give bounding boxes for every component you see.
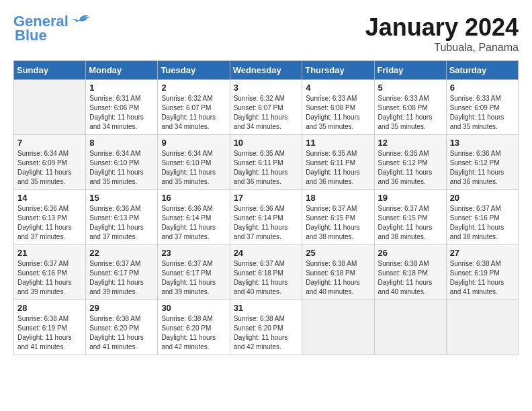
day-info: Sunrise: 6:37 AMSunset: 6:17 PMDaylight:… xyxy=(89,259,154,297)
day-info: Sunrise: 6:36 AMSunset: 6:13 PMDaylight:… xyxy=(17,204,82,242)
calendar-cell: 27Sunrise: 6:38 AMSunset: 6:19 PMDayligh… xyxy=(446,245,518,300)
day-info: Sunrise: 6:37 AMSunset: 6:18 PMDaylight:… xyxy=(234,259,299,297)
day-number: 10 xyxy=(234,138,299,148)
page-header: General Blue January 2024 Tubuala, Panam… xyxy=(13,13,519,54)
day-number: 11 xyxy=(306,138,370,148)
day-info: Sunrise: 6:32 AMSunset: 6:07 PMDaylight:… xyxy=(234,94,299,132)
calendar-cell: 6Sunrise: 6:33 AMSunset: 6:09 PMDaylight… xyxy=(446,80,518,135)
day-info: Sunrise: 6:35 AMSunset: 6:12 PMDaylight:… xyxy=(378,149,443,187)
day-number: 12 xyxy=(378,138,443,148)
day-number: 25 xyxy=(306,248,370,258)
day-info: Sunrise: 6:38 AMSunset: 6:18 PMDaylight:… xyxy=(306,259,370,297)
day-number: 19 xyxy=(378,193,443,203)
header-day-thursday: Thursday xyxy=(302,61,374,80)
day-info: Sunrise: 6:38 AMSunset: 6:19 PMDaylight:… xyxy=(17,314,82,352)
day-number: 21 xyxy=(17,248,82,258)
day-number: 22 xyxy=(89,248,154,258)
calendar-cell: 11Sunrise: 6:35 AMSunset: 6:11 PMDayligh… xyxy=(302,135,374,190)
calendar-cell: 25Sunrise: 6:38 AMSunset: 6:18 PMDayligh… xyxy=(302,245,374,300)
calendar-cell: 22Sunrise: 6:37 AMSunset: 6:17 PMDayligh… xyxy=(86,245,158,300)
day-number: 18 xyxy=(306,193,370,203)
day-number: 29 xyxy=(89,303,154,313)
day-info: Sunrise: 6:38 AMSunset: 6:20 PMDaylight:… xyxy=(234,314,299,352)
calendar-cell: 5Sunrise: 6:33 AMSunset: 6:08 PMDaylight… xyxy=(374,80,446,135)
calendar-cell: 16Sunrise: 6:36 AMSunset: 6:14 PMDayligh… xyxy=(158,190,230,245)
day-info: Sunrise: 6:31 AMSunset: 6:06 PMDaylight:… xyxy=(89,94,154,132)
calendar-cell: 20Sunrise: 6:37 AMSunset: 6:16 PMDayligh… xyxy=(446,190,518,245)
calendar-cell: 14Sunrise: 6:36 AMSunset: 6:13 PMDayligh… xyxy=(14,190,86,245)
calendar-cell: 21Sunrise: 6:37 AMSunset: 6:16 PMDayligh… xyxy=(14,245,86,300)
calendar-cell: 15Sunrise: 6:36 AMSunset: 6:13 PMDayligh… xyxy=(86,190,158,245)
day-number: 28 xyxy=(17,303,82,313)
calendar-cell: 29Sunrise: 6:38 AMSunset: 6:20 PMDayligh… xyxy=(86,300,158,355)
day-info: Sunrise: 6:38 AMSunset: 6:20 PMDaylight:… xyxy=(89,314,154,352)
day-number: 14 xyxy=(17,193,82,203)
day-info: Sunrise: 6:37 AMSunset: 6:17 PMDaylight:… xyxy=(161,259,226,297)
day-number: 15 xyxy=(89,193,154,203)
calendar-cell xyxy=(302,300,374,355)
day-info: Sunrise: 6:38 AMSunset: 6:18 PMDaylight:… xyxy=(378,259,443,297)
logo-blue: Blue xyxy=(15,27,47,44)
calendar-cell: 12Sunrise: 6:35 AMSunset: 6:12 PMDayligh… xyxy=(374,135,446,190)
calendar-subtitle: Tubuala, Panama xyxy=(365,42,519,54)
calendar-title: January 2024 xyxy=(365,13,519,42)
calendar-week-5: 28Sunrise: 6:38 AMSunset: 6:19 PMDayligh… xyxy=(14,300,519,355)
day-number: 23 xyxy=(161,248,226,258)
day-info: Sunrise: 6:36 AMSunset: 6:12 PMDaylight:… xyxy=(450,149,515,187)
calendar-cell: 23Sunrise: 6:37 AMSunset: 6:17 PMDayligh… xyxy=(158,245,230,300)
calendar-cell: 31Sunrise: 6:38 AMSunset: 6:20 PMDayligh… xyxy=(230,300,302,355)
day-number: 3 xyxy=(234,83,299,93)
day-info: Sunrise: 6:36 AMSunset: 6:14 PMDaylight:… xyxy=(234,204,299,242)
calendar-cell: 30Sunrise: 6:38 AMSunset: 6:20 PMDayligh… xyxy=(158,300,230,355)
day-number: 5 xyxy=(378,83,443,93)
day-info: Sunrise: 6:35 AMSunset: 6:11 PMDaylight:… xyxy=(234,149,299,187)
day-info: Sunrise: 6:36 AMSunset: 6:14 PMDaylight:… xyxy=(161,204,226,242)
calendar-week-3: 14Sunrise: 6:36 AMSunset: 6:13 PMDayligh… xyxy=(14,190,519,245)
day-info: Sunrise: 6:34 AMSunset: 6:10 PMDaylight:… xyxy=(161,149,226,187)
calendar-cell xyxy=(14,80,86,135)
day-info: Sunrise: 6:34 AMSunset: 6:09 PMDaylight:… xyxy=(17,149,82,187)
day-info: Sunrise: 6:37 AMSunset: 6:15 PMDaylight:… xyxy=(306,204,370,242)
calendar-cell: 26Sunrise: 6:38 AMSunset: 6:18 PMDayligh… xyxy=(374,245,446,300)
header-day-sunday: Sunday xyxy=(14,61,86,80)
calendar-cell: 3Sunrise: 6:32 AMSunset: 6:07 PMDaylight… xyxy=(230,80,302,135)
day-number: 30 xyxy=(161,303,226,313)
header-day-tuesday: Tuesday xyxy=(158,61,230,80)
day-number: 31 xyxy=(234,303,299,313)
day-info: Sunrise: 6:37 AMSunset: 6:15 PMDaylight:… xyxy=(378,204,443,242)
calendar-cell: 9Sunrise: 6:34 AMSunset: 6:10 PMDaylight… xyxy=(158,135,230,190)
day-number: 9 xyxy=(161,138,226,148)
day-info: Sunrise: 6:36 AMSunset: 6:13 PMDaylight:… xyxy=(89,204,154,242)
calendar-cell xyxy=(374,300,446,355)
day-number: 24 xyxy=(234,248,299,258)
calendar-cell: 1Sunrise: 6:31 AMSunset: 6:06 PMDaylight… xyxy=(86,80,158,135)
calendar-cell: 28Sunrise: 6:38 AMSunset: 6:19 PMDayligh… xyxy=(14,300,86,355)
day-info: Sunrise: 6:38 AMSunset: 6:19 PMDaylight:… xyxy=(450,259,515,297)
calendar-cell: 18Sunrise: 6:37 AMSunset: 6:15 PMDayligh… xyxy=(302,190,374,245)
calendar-cell: 8Sunrise: 6:34 AMSunset: 6:10 PMDaylight… xyxy=(86,135,158,190)
day-number: 8 xyxy=(89,138,154,148)
day-number: 20 xyxy=(450,193,515,203)
calendar-week-2: 7Sunrise: 6:34 AMSunset: 6:09 PMDaylight… xyxy=(14,135,519,190)
day-number: 27 xyxy=(450,248,515,258)
calendar-cell xyxy=(446,300,518,355)
calendar-body: 1Sunrise: 6:31 AMSunset: 6:06 PMDaylight… xyxy=(14,80,519,355)
calendar-cell: 10Sunrise: 6:35 AMSunset: 6:11 PMDayligh… xyxy=(230,135,302,190)
calendar-cell: 17Sunrise: 6:36 AMSunset: 6:14 PMDayligh… xyxy=(230,190,302,245)
header-day-friday: Friday xyxy=(374,61,446,80)
day-info: Sunrise: 6:33 AMSunset: 6:08 PMDaylight:… xyxy=(378,94,443,132)
calendar-cell: 7Sunrise: 6:34 AMSunset: 6:09 PMDaylight… xyxy=(14,135,86,190)
header-day-saturday: Saturday xyxy=(446,61,518,80)
calendar-cell: 2Sunrise: 6:32 AMSunset: 6:07 PMDaylight… xyxy=(158,80,230,135)
day-number: 13 xyxy=(450,138,515,148)
header-day-wednesday: Wednesday xyxy=(230,61,302,80)
calendar-cell: 13Sunrise: 6:36 AMSunset: 6:12 PMDayligh… xyxy=(446,135,518,190)
day-number: 2 xyxy=(161,83,226,93)
day-info: Sunrise: 6:32 AMSunset: 6:07 PMDaylight:… xyxy=(161,94,226,132)
calendar-cell: 19Sunrise: 6:37 AMSunset: 6:15 PMDayligh… xyxy=(374,190,446,245)
day-number: 17 xyxy=(234,193,299,203)
calendar-week-4: 21Sunrise: 6:37 AMSunset: 6:16 PMDayligh… xyxy=(14,245,519,300)
day-number: 6 xyxy=(450,83,515,93)
day-number: 7 xyxy=(17,138,82,148)
day-number: 1 xyxy=(89,83,154,93)
